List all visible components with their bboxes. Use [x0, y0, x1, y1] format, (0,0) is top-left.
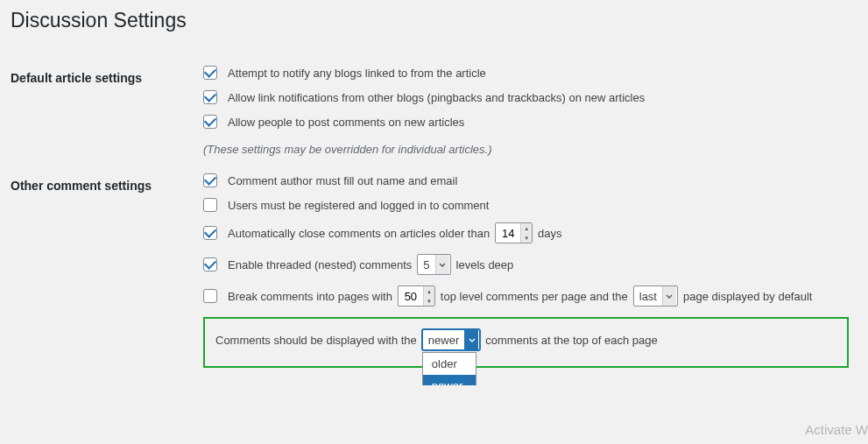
display-order-label-after: comments at the top of each page: [485, 334, 658, 347]
threaded-label-after: levels deep: [456, 258, 514, 271]
chevron-down-icon: [464, 330, 478, 349]
allow-comments-checkbox[interactable]: [203, 115, 217, 129]
display-order-option-newer[interactable]: newer: [423, 375, 476, 385]
paginate-page-order-select[interactable]: last: [633, 285, 678, 307]
paginate-label-before: Break comments into pages with: [228, 290, 392, 303]
auto-close-checkbox[interactable]: [203, 226, 217, 240]
threaded-levels-value: 5: [423, 258, 429, 271]
page-title: Discussion Settings: [11, 9, 857, 32]
highlighted-setting: Comments should be displayed with the ne…: [203, 317, 849, 368]
auto-close-days-field[interactable]: [496, 227, 520, 240]
display-order-value: newer: [428, 334, 459, 347]
threaded-checkbox[interactable]: [203, 257, 217, 271]
paginate-label-mid: top level comments per page and the: [441, 290, 628, 303]
chevron-down-icon: [435, 255, 449, 274]
notify-blogs-checkbox[interactable]: [203, 66, 217, 80]
auto-close-label-before: Automatically close comments on articles…: [228, 227, 490, 240]
display-order-option-older[interactable]: older: [423, 353, 476, 375]
display-order-select[interactable]: newer: [422, 329, 480, 350]
auto-close-days-input[interactable]: ▲ ▼: [495, 222, 533, 243]
paginate-page-order-value: last: [639, 290, 657, 303]
require-name-email-checkbox[interactable]: [203, 173, 217, 187]
paginate-checkbox[interactable]: [203, 289, 217, 303]
override-note: (These settings may be overridden for in…: [203, 143, 491, 156]
spinner-icon[interactable]: ▲ ▼: [520, 223, 532, 243]
allow-pingbacks-checkbox[interactable]: [203, 90, 217, 104]
threaded-levels-select[interactable]: 5: [417, 254, 450, 275]
display-order-label-before: Comments should be displayed with the: [215, 334, 417, 347]
require-registration-label: Users must be registered and logged in t…: [228, 199, 489, 212]
paginate-per-page-input[interactable]: ▲ ▼: [398, 285, 435, 307]
paginate-per-page-field[interactable]: [399, 290, 423, 303]
spinner-up-button[interactable]: ▲: [521, 223, 532, 233]
settings-form: Default article settings Attempt to noti…: [11, 57, 857, 377]
section-heading-default-article: Default article settings: [11, 57, 203, 165]
notify-blogs-label: Attempt to notify any blogs linked to fr…: [228, 67, 486, 80]
allow-pingbacks-label: Allow link notifications from other blog…: [228, 91, 645, 104]
paginate-label-after: page displayed by default: [683, 290, 812, 303]
require-name-email-label: Comment author must fill out name and em…: [228, 174, 457, 187]
require-registration-checkbox[interactable]: [203, 198, 217, 212]
display-order-dropdown[interactable]: older newer: [422, 352, 476, 385]
spinner-icon[interactable]: ▲ ▼: [423, 286, 434, 306]
chevron-down-icon: [662, 286, 676, 306]
spinner-down-button[interactable]: ▼: [521, 233, 532, 243]
spinner-up-button[interactable]: ▲: [424, 286, 434, 296]
section-heading-other-comment: Other comment settings: [11, 165, 203, 377]
auto-close-label-after: days: [538, 227, 561, 240]
spinner-down-button[interactable]: ▼: [424, 296, 434, 306]
allow-comments-label: Allow people to post comments on new art…: [228, 116, 464, 129]
threaded-label-before: Enable threaded (nested) comments: [228, 258, 412, 271]
